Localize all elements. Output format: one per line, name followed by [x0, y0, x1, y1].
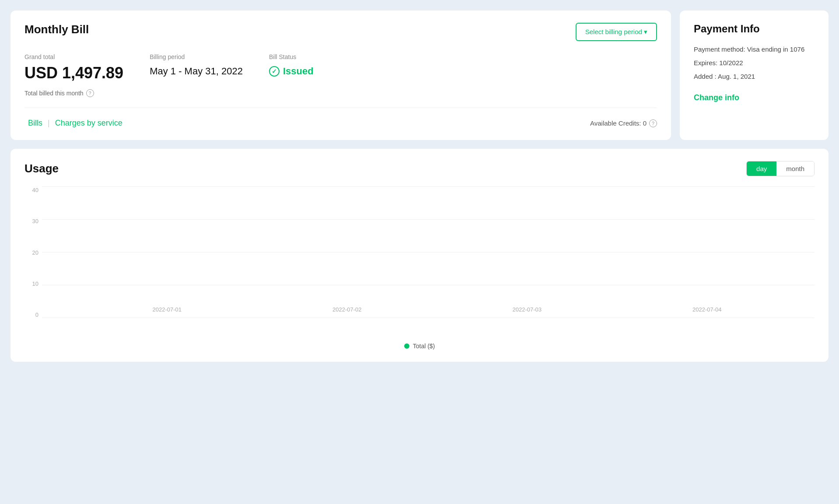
- total-billed-note: Total billed this month ?: [24, 89, 657, 97]
- monthly-bill-card: Monthly Bill Select billing period ▾ Gra…: [10, 10, 671, 140]
- y-label-0: 0: [35, 312, 38, 318]
- tab-bills[interactable]: Bills: [24, 117, 46, 130]
- billing-period-value: May 1 - May 31, 2022: [150, 66, 243, 77]
- credits-help-icon[interactable]: ?: [649, 119, 657, 127]
- change-info-link[interactable]: Change info: [694, 93, 739, 102]
- legend-label: Total ($): [413, 343, 435, 350]
- billing-period-section: Billing period May 1 - May 31, 2022: [150, 53, 243, 82]
- chart-legend: Total ($): [24, 343, 815, 350]
- tab-row: Bills | Charges by service: [24, 117, 126, 130]
- usage-chart: 0 10 20 30 40: [24, 187, 815, 336]
- grand-total-section: Grand total USD 1,497.89: [24, 53, 123, 82]
- billing-period-label: Billing period: [150, 53, 243, 60]
- toggle-month-button[interactable]: month: [776, 161, 814, 176]
- chart-y-axis: 0 10 20 30 40: [24, 187, 42, 318]
- y-label-40: 40: [32, 187, 38, 193]
- payment-expires: Expires: 10/2022: [694, 59, 815, 66]
- payment-added: Added : Aug. 1, 2021: [694, 73, 815, 80]
- bill-status-section: Bill Status ✓ Issued: [269, 53, 314, 82]
- x-label-2: 2022-07-03: [501, 306, 553, 313]
- x-label-1: 2022-07-02: [321, 306, 373, 313]
- usage-title: Usage: [24, 162, 59, 175]
- select-billing-button[interactable]: Select billing period ▾: [576, 23, 657, 41]
- toggle-day-button[interactable]: day: [747, 161, 776, 176]
- usage-toggle-group: day month: [746, 161, 815, 176]
- total-billed-help-icon[interactable]: ?: [86, 89, 94, 97]
- tab-divider: |: [48, 119, 50, 128]
- usage-card: Usage day month 0 10 20 30 40: [10, 149, 829, 362]
- y-label-20: 20: [32, 249, 38, 256]
- payment-info-card: Payment Info Payment method: Visa ending…: [680, 10, 829, 140]
- tab-charges-by-service[interactable]: Charges by service: [52, 117, 126, 130]
- bill-status-label: Bill Status: [269, 53, 314, 60]
- grand-total-label: Grand total: [24, 53, 123, 60]
- x-label-3: 2022-07-04: [681, 306, 733, 313]
- x-label-0: 2022-07-01: [141, 306, 193, 313]
- chart-plot-area: 2022-07-01 2022-07-02 2022-07-03 2022-07…: [42, 187, 815, 318]
- grand-total-value: USD 1,497.89: [24, 64, 123, 82]
- chart-x-axis: 2022-07-01 2022-07-02 2022-07-03 2022-07…: [59, 301, 815, 318]
- monthly-bill-title: Monthly Bill: [24, 23, 89, 36]
- payment-info-title: Payment Info: [694, 23, 815, 35]
- y-label-10: 10: [32, 280, 38, 287]
- bill-status-value: ✓ Issued: [269, 66, 314, 77]
- legend-dot: [404, 343, 409, 349]
- payment-method: Payment method: Visa ending in 1076: [694, 46, 815, 53]
- issued-icon: ✓: [269, 66, 280, 77]
- available-credits: Available Credits: 0 ?: [590, 119, 657, 127]
- bars-row: [42, 187, 815, 318]
- y-label-30: 30: [32, 218, 38, 224]
